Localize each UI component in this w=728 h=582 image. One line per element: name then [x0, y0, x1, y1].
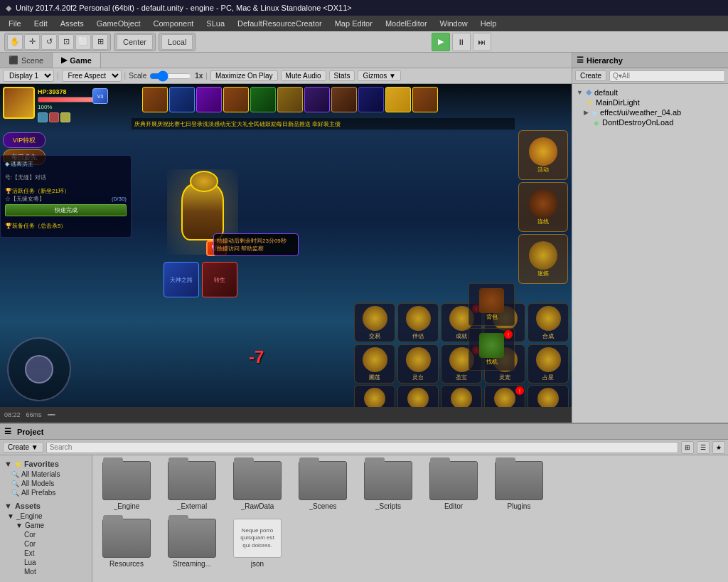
- skill-icon-1[interactable]: 天神之路: [164, 262, 199, 297]
- menu-icon-shop[interactable]: [196, 87, 222, 112]
- file-rawdata[interactable]: _RawData: [229, 461, 286, 510]
- hierarchy-create-button[interactable]: Create: [575, 70, 606, 81]
- sidebar-all-materials[interactable]: 🔍 All Materials: [0, 470, 92, 479]
- project-view-icon-1[interactable]: ⊞: [681, 441, 694, 454]
- menu-file[interactable]: File: [3, 18, 27, 29]
- maximize-on-play-button[interactable]: Maximize On Play: [210, 70, 278, 81]
- tree-item-maindirlight[interactable]: ☀ MainDirLight: [572, 97, 728, 107]
- project-header: ☰ Project: [0, 424, 728, 440]
- icon-divination[interactable]: 占星: [528, 344, 569, 383]
- sidebar-lua-item[interactable]: Lua: [0, 558, 92, 567]
- action-btn-1[interactable]: 活动: [518, 130, 568, 180]
- sidebar-engine-item[interactable]: ▼ _Engine: [0, 512, 92, 521]
- hand-tool-button[interactable]: ✋: [7, 34, 23, 50]
- pause-button[interactable]: ⏸: [452, 33, 471, 51]
- file-editor[interactable]: Editor: [425, 461, 482, 510]
- project-create-button[interactable]: Create ▼: [3, 442, 43, 453]
- sidebar-mot-item[interactable]: Mot: [0, 567, 92, 576]
- menu-component[interactable]: Component: [147, 18, 199, 29]
- assets-header[interactable]: ▼ Assets: [0, 500, 92, 512]
- file-streaming[interactable]: Streaming...: [164, 519, 220, 568]
- file-engine[interactable]: _Engine: [98, 461, 155, 510]
- find-label: 找机: [486, 358, 498, 366]
- action-btn-3[interactable]: 迷炼: [518, 234, 568, 284]
- scale-tool-button[interactable]: ⊡: [58, 34, 74, 50]
- menu-defaultresourcecreator[interactable]: DefaultResourceCreator: [232, 18, 328, 29]
- aspect-select[interactable]: Free Aspect: [62, 70, 122, 82]
- tab-game[interactable]: ▶ Game: [53, 53, 101, 68]
- menu-edit[interactable]: Edit: [28, 18, 53, 29]
- scale-slider[interactable]: [149, 73, 192, 80]
- icon-trade[interactable]: 交易: [354, 303, 395, 342]
- menu-gameobject[interactable]: GameObject: [91, 18, 146, 29]
- vip-tag[interactable]: VIP特权: [3, 132, 46, 148]
- menu-icon-chest[interactable]: [277, 87, 303, 112]
- project-view-icon-3[interactable]: ★: [712, 441, 725, 454]
- skill-icon-2[interactable]: 转生: [202, 262, 237, 297]
- gizmos-button[interactable]: Gizmos ▼: [358, 70, 401, 81]
- quick-complete-button[interactable]: 快速完成: [5, 204, 127, 216]
- menu-window[interactable]: Window: [434, 18, 473, 29]
- menu-icon-task[interactable]: [169, 87, 195, 112]
- menu-icon-daily[interactable]: [331, 87, 357, 112]
- center-button[interactable]: Center: [117, 34, 153, 50]
- file-plugins[interactable]: Plugins: [491, 461, 547, 510]
- play-button[interactable]: ▶: [432, 33, 450, 51]
- find-btn[interactable]: 找机 !: [469, 328, 515, 371]
- display-select[interactable]: Display 1: [3, 70, 54, 82]
- joystick-outer[interactable]: [7, 337, 71, 401]
- rect-tool-button[interactable]: ⬜: [75, 34, 91, 50]
- icon-altar[interactable]: 灵台: [397, 344, 439, 383]
- icon-combine[interactable]: 合成: [528, 303, 569, 342]
- tree-item-dontdestroy[interactable]: ◆ DontDestroyOnLoad: [572, 117, 728, 127]
- project-search-input[interactable]: [46, 442, 678, 453]
- sidebar-cor1-item[interactable]: Cor: [0, 530, 92, 539]
- rotate-tool-button[interactable]: ↺: [41, 34, 57, 50]
- menu-icon-extra[interactable]: [304, 87, 330, 112]
- tree-item-default[interactable]: ▼ ◆ default: [572, 87, 728, 97]
- project-view-icon-2[interactable]: ☰: [697, 441, 710, 454]
- inventory-btn[interactable]: 背包: [469, 283, 515, 326]
- transform-gizmo-button[interactable]: ⊞: [92, 34, 108, 50]
- game-status-bar: 08:22 66ms ━━: [0, 407, 572, 423]
- favorites-header[interactable]: ▼ ★ Favorites: [0, 458, 92, 470]
- menu-icon-last[interactable]: [412, 87, 438, 112]
- move-tool-button[interactable]: ✛: [24, 34, 40, 50]
- sidebar-cor2-item[interactable]: Cor: [0, 539, 92, 549]
- favorites-star: ★: [15, 460, 21, 468]
- game-tab-icon: ▶: [61, 55, 67, 65]
- sidebar-ext-item[interactable]: Ext: [0, 549, 92, 558]
- tree-item-effect-weather[interactable]: ▶ ◈ effect/ui/weather_04.ab: [572, 107, 728, 117]
- menu-slua[interactable]: SLua: [200, 18, 230, 29]
- menu-assets[interactable]: Assets: [55, 18, 90, 29]
- menu-icon-vip[interactable]: [250, 87, 276, 112]
- sidebar-game-label: Game: [25, 522, 44, 529]
- menu-modeleditor[interactable]: ModelEditor: [380, 18, 433, 29]
- icon-wargod-img: [407, 388, 429, 409]
- file-scripts[interactable]: _Scripts: [360, 461, 417, 510]
- menu-icon-welfare[interactable]: [142, 87, 168, 112]
- stats-button[interactable]: Stats: [329, 70, 355, 81]
- sidebar-all-models[interactable]: 🔍 All Models: [0, 479, 92, 488]
- tab-scene[interactable]: ⬛ Scene: [0, 53, 53, 68]
- file-json[interactable]: Neque porro quisquam est qui dolores. js…: [229, 519, 286, 568]
- file-scenes[interactable]: _Scenes: [294, 461, 351, 510]
- menu-mapeditor[interactable]: Map Editor: [329, 18, 378, 29]
- sidebar-game-item[interactable]: ▼ Game: [0, 521, 92, 530]
- menu-icon-arena[interactable]: [358, 87, 384, 112]
- menu-icon-hero[interactable]: [385, 87, 411, 112]
- menu-icon-pk[interactable]: [223, 87, 249, 112]
- action-btn-2[interactable]: 连线: [518, 182, 568, 232]
- file-external[interactable]: _External: [164, 461, 220, 510]
- menu-help[interactable]: Help: [475, 18, 503, 29]
- tree-item-default-label: default: [594, 88, 618, 97]
- file-resources[interactable]: Resources: [98, 519, 155, 568]
- icon-partner[interactable]: 伴侣: [397, 303, 439, 342]
- hierarchy-search-input[interactable]: [609, 70, 725, 82]
- sidebar-prefabs-label: All Prefabs: [21, 489, 55, 497]
- step-button[interactable]: ⏭: [473, 33, 491, 51]
- local-button[interactable]: Local: [161, 34, 193, 50]
- mute-audio-button[interactable]: Mute Audio: [281, 70, 326, 81]
- icon-garden[interactable]: 圃莲: [354, 344, 395, 383]
- sidebar-all-prefabs[interactable]: 🔍 All Prefabs: [0, 488, 92, 497]
